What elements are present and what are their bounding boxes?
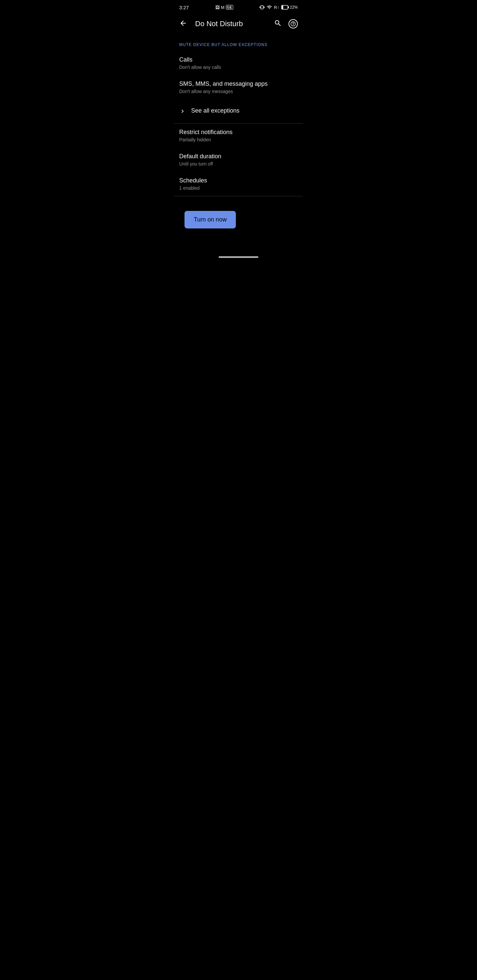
sms-setting-item[interactable]: SMS, MMS, and messaging apps Don't allow… [174, 75, 303, 99]
search-button[interactable] [273, 18, 283, 30]
home-indicator [219, 256, 258, 258]
turn-on-now-button[interactable]: Turn on now [185, 211, 236, 228]
schedules-item[interactable]: Schedules 1 enabled [174, 172, 303, 196]
help-button[interactable] [289, 19, 298, 29]
sms-title: SMS, MMS, and messaging apps [179, 80, 298, 88]
sms-subtitle: Don't allow any messages [179, 89, 298, 94]
schedules-subtitle: 1 enabled [179, 185, 298, 191]
app-bar: Do Not Disturb [174, 13, 303, 35]
chevron-right-icon [179, 108, 186, 115]
default-duration-title: Default duration [179, 153, 298, 160]
gallery-icon: 🖼 [215, 5, 220, 10]
see-all-exceptions-label: See all exceptions [191, 107, 239, 114]
restrict-notifications-title: Restrict notifications [179, 129, 298, 136]
back-arrow-icon [179, 19, 187, 27]
restrict-notifications-item[interactable]: Restrict notifications Partially hidden [174, 124, 303, 148]
signal-icon: R↑ [274, 5, 279, 10]
default-duration-subtitle: Until you turn off [179, 161, 298, 167]
battery-percent: 22% [290, 5, 298, 10]
battery-icon: 22% [281, 5, 298, 10]
notification-icons: 🖼 M GE [215, 5, 233, 10]
status-bar: 3:27 🖼 M GE R↑ 22% [174, 0, 303, 13]
google-news-icon: GE [226, 5, 233, 10]
status-icons: R↑ 22% [259, 5, 298, 10]
default-duration-item[interactable]: Default duration Until you turn off [174, 148, 303, 172]
page-title: Do Not Disturb [195, 19, 267, 28]
help-icon [290, 21, 296, 27]
see-all-exceptions-item[interactable]: See all exceptions [174, 99, 303, 123]
gmail-icon: M [221, 5, 225, 10]
back-button[interactable] [177, 17, 190, 31]
calls-title: Calls [179, 56, 298, 63]
status-time: 3:27 [179, 5, 189, 10]
vibrate-icon [259, 5, 265, 10]
calls-setting-item[interactable]: Calls Don't allow any calls [174, 51, 303, 75]
mute-section-header: MUTE DEVICE BUT ALLOW EXCEPTIONS [174, 35, 303, 51]
toolbar-icons [273, 18, 298, 30]
svg-rect-1 [288, 6, 289, 8]
schedules-title: Schedules [179, 177, 298, 184]
restrict-notifications-subtitle: Partially hidden [179, 137, 298, 142]
svg-rect-2 [282, 6, 283, 9]
turn-on-section: Turn on now [174, 196, 303, 243]
search-icon [274, 19, 282, 27]
wifi-icon [266, 5, 272, 10]
calls-subtitle: Don't allow any calls [179, 65, 298, 70]
